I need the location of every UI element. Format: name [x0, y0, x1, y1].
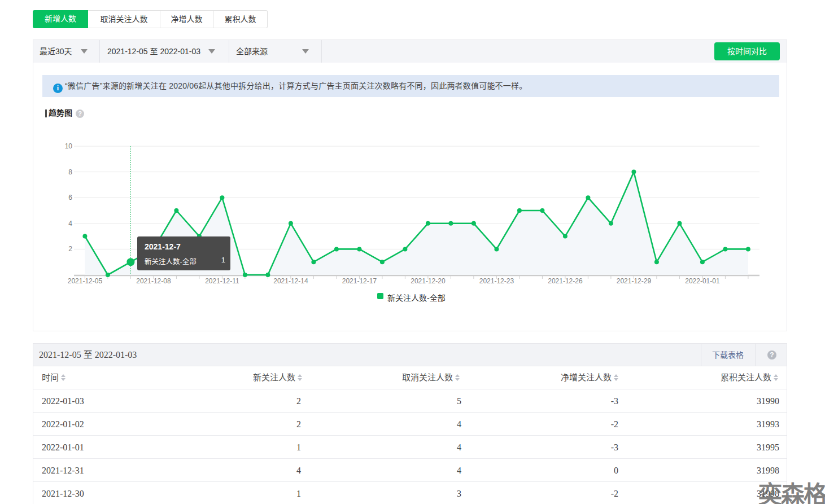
svg-text:8: 8	[68, 168, 72, 176]
svg-text:2021-12-26: 2021-12-26	[548, 277, 583, 285]
svg-text:2021-12-17: 2021-12-17	[342, 277, 377, 285]
svg-text:2021-12-11: 2021-12-11	[205, 277, 239, 285]
svg-text:2021-12-23: 2021-12-23	[479, 277, 514, 285]
svg-text:2021-12-08: 2021-12-08	[136, 277, 171, 285]
svg-text:4: 4	[68, 220, 72, 227]
svg-text:10: 10	[65, 142, 73, 150]
svg-text:2021-12-29: 2021-12-29	[617, 277, 652, 285]
svg-text:2021-12-05: 2021-12-05	[68, 277, 103, 285]
svg-text:2022-01-01: 2022-01-01	[685, 277, 720, 285]
svg-text:2021-12-14: 2021-12-14	[273, 277, 308, 285]
svg-text:2: 2	[68, 245, 72, 253]
svg-text:2021-12-20: 2021-12-20	[411, 277, 446, 285]
svg-text:6: 6	[68, 194, 72, 201]
